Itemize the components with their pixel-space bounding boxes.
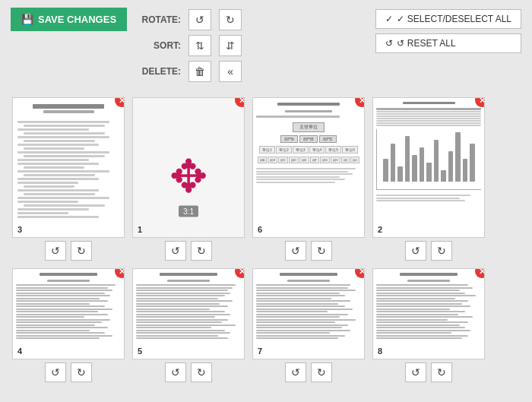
rotate-controls-5: ↺ ↻	[165, 362, 212, 382]
rotate-controls-4: ↺ ↻	[45, 362, 92, 382]
sort-row: SORT: ⇅ ⇵	[139, 35, 242, 56]
rotate-right-3[interactable]: ↻	[71, 241, 92, 261]
rotate-left-2[interactable]: ↺	[405, 241, 426, 261]
page-number-8: 8	[378, 347, 382, 356]
page-thumb-5: ✕	[132, 268, 245, 359]
rotate-right-8[interactable]: ↻	[431, 362, 452, 382]
reset-icon: ↺	[385, 38, 393, 49]
rotate-controls-1: ↺ ↻	[165, 241, 212, 261]
page-thumb-3: ✕	[12, 97, 125, 238]
toolbar: 💾 SAVE CHANGES ROTATE: ↺ ↻ SORT: ⇅ ⇵ DEL…	[0, 0, 532, 90]
toolbar-right: ✓ ✓ SELECT/DESELECT ALL ↺ ↺ RESET ALL	[375, 9, 521, 53]
page-item-1: ✕ ✥ 3:1 1 ↺ ↻	[132, 97, 245, 261]
rotate-left-4[interactable]: ↺	[45, 362, 66, 382]
rotate-right-7[interactable]: ↻	[311, 362, 332, 382]
move-arrows-icon: ✥	[169, 149, 207, 202]
delete-label: DELETE:	[139, 66, 181, 77]
page-index-badge-1: 3:1	[179, 205, 198, 217]
rotate-left-1[interactable]: ↺	[165, 241, 186, 261]
undo-delete-button[interactable]: «	[219, 61, 242, 82]
page-thumb-1: ✕ ✥ 3:1 1	[132, 97, 245, 238]
rotate-left-6[interactable]: ↺	[285, 241, 306, 261]
page-thumb-7: ✕	[252, 268, 365, 359]
rotate-left-8[interactable]: ↺	[405, 362, 426, 382]
select-deselect-all-button[interactable]: ✓ ✓ SELECT/DESELECT ALL	[375, 9, 521, 29]
page-number-5: 5	[138, 347, 142, 356]
pages-container: ✕	[0, 90, 532, 394]
rotate-right-2[interactable]: ↻	[431, 241, 452, 261]
save-changes-button[interactable]: 💾 SAVE CHANGES	[11, 8, 127, 31]
page-thumb-6: ✕ 主管單位 部門A 部門B 部門C 單位1	[252, 97, 365, 238]
checkmark-icon: ✓	[385, 14, 393, 24]
pages-row-2: ✕	[12, 268, 520, 382]
page-item-8: ✕	[372, 268, 485, 382]
page-number-7: 7	[258, 347, 262, 356]
rotate-controls-3: ↺ ↻	[45, 241, 92, 261]
toolbar-middle: ROTATE: ↺ ↻ SORT: ⇅ ⇵ DELETE: 🗑 «	[139, 9, 242, 82]
page-number-1: 1	[138, 225, 142, 234]
rotate-left-7[interactable]: ↺	[285, 362, 306, 382]
reset-all-button[interactable]: ↺ ↺ RESET ALL	[375, 33, 521, 53]
page-item-4: ✕	[12, 268, 125, 382]
rotate-left-button[interactable]: ↺	[188, 9, 211, 30]
rotate-left-5[interactable]: ↺	[165, 362, 186, 382]
page-thumb-8: ✕	[372, 268, 485, 359]
rotate-right-4[interactable]: ↻	[71, 362, 92, 382]
page-number-6: 6	[258, 225, 262, 234]
page-number-2: 2	[378, 225, 382, 234]
delete-button[interactable]: 🗑	[188, 61, 211, 82]
rotate-controls-7: ↺ ↻	[285, 362, 332, 382]
rotate-right-button[interactable]: ↻	[219, 9, 242, 30]
page-number-4: 4	[17, 347, 22, 356]
rotate-right-1[interactable]: ↻	[191, 241, 212, 261]
reset-all-label: ↺ RESET ALL	[397, 38, 455, 49]
sort-desc-button[interactable]: ⇵	[219, 35, 242, 56]
rotate-row: ROTATE: ↺ ↻	[139, 9, 242, 30]
rotate-left-3[interactable]: ↺	[45, 241, 66, 261]
rotate-right-5[interactable]: ↻	[191, 362, 212, 382]
page-item-3: ✕	[12, 97, 125, 261]
save-icon: 💾	[21, 14, 33, 25]
pages-row-1: ✕	[12, 97, 520, 261]
page-item-2: ✕	[372, 97, 485, 261]
page-item-5: ✕	[132, 268, 245, 382]
page-thumb-2: ✕	[372, 97, 485, 238]
close-badge-1[interactable]: ✕	[235, 97, 245, 107]
sort-asc-button[interactable]: ⇅	[188, 35, 211, 56]
delete-row: DELETE: 🗑 «	[139, 61, 242, 82]
rotate-right-6[interactable]: ↻	[311, 241, 332, 261]
rotate-controls-6: ↺ ↻	[285, 241, 332, 261]
select-all-label: ✓ SELECT/DESELECT ALL	[397, 14, 511, 24]
sort-label: SORT:	[139, 40, 181, 51]
page-number-3: 3	[17, 225, 22, 234]
page-thumb-4: ✕	[12, 268, 125, 359]
rotate-controls-2: ↺ ↻	[405, 241, 452, 261]
save-label: SAVE CHANGES	[38, 14, 116, 25]
page-item-6: ✕ 主管單位 部門A 部門B 部門C 單位1	[252, 97, 365, 261]
page-item-7: ✕	[252, 268, 365, 382]
rotate-label: ROTATE:	[139, 14, 181, 25]
rotate-controls-8: ↺ ↻	[405, 362, 452, 382]
